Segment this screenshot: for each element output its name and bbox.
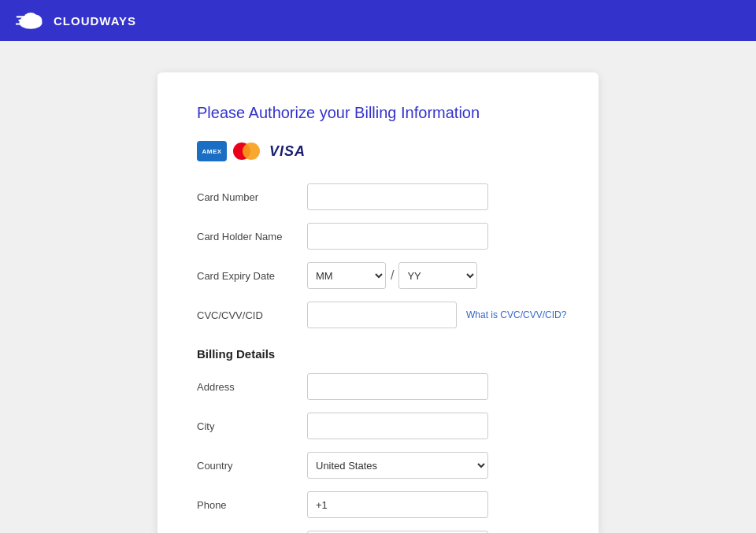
phone-row: Phone [197, 491, 559, 518]
card-brand-icons: AMEX VISA [197, 141, 559, 161]
billing-section-title: Billing Details [197, 347, 559, 361]
mc-circle-right [243, 143, 260, 160]
logo-text: CLOUDWAYS [54, 14, 136, 28]
svg-point-4 [24, 13, 38, 24]
cvc-input[interactable] [307, 302, 457, 328]
card-number-label: Card Number [197, 191, 307, 203]
address-label: Address [197, 381, 307, 393]
address-row: Address [197, 373, 559, 400]
billing-card: Please Authorize your Billing Informatio… [158, 72, 598, 533]
card-holder-row: Card Holder Name [197, 223, 559, 250]
expiry-year-select[interactable]: YY 202420252026 2027202820292030 [398, 262, 477, 289]
cvc-field-area: What is CVC/CVV/CID? [307, 302, 566, 328]
city-input[interactable] [307, 413, 488, 439]
phone-label: Phone [197, 499, 307, 511]
city-label: City [197, 420, 307, 432]
cloudways-logo-icon [16, 9, 46, 31]
visa-icon: VISA [266, 143, 309, 160]
cvc-help-link[interactable]: What is CVC/CVV/CID? [466, 309, 566, 320]
card-holder-label: Card Holder Name [197, 231, 307, 242]
card-holder-input[interactable] [307, 223, 488, 250]
card-number-input[interactable] [307, 183, 488, 210]
country-row: Country United States United Kingdom Can… [197, 452, 559, 479]
expiry-separator: / [391, 268, 394, 283]
city-row: City [197, 413, 559, 439]
cvc-label: CVC/CVV/CID [197, 309, 307, 321]
country-label: Country [197, 460, 307, 472]
phone-input[interactable] [307, 491, 488, 518]
mastercard-icon [232, 141, 261, 161]
expiry-month-select[interactable]: MM 010203 040506 070809 101112 [307, 262, 386, 289]
cvc-row: CVC/CVV/CID What is CVC/CVV/CID? [197, 302, 559, 328]
country-select[interactable]: United States United Kingdom Canada Aust… [307, 452, 488, 479]
expiry-selects: MM 010203 040506 070809 101112 / YY 2024… [307, 262, 477, 289]
card-expiry-label: Card Expiry Date [197, 270, 307, 282]
main-content: Please Authorize your Billing Informatio… [0, 41, 756, 533]
logo-area: CLOUDWAYS [16, 9, 136, 31]
page-title: Please Authorize your Billing Informatio… [197, 104, 559, 122]
card-number-row: Card Number [197, 183, 559, 210]
card-expiry-row: Card Expiry Date MM 010203 040506 070809… [197, 262, 559, 289]
address-input[interactable] [307, 373, 488, 400]
amex-icon: AMEX [197, 141, 227, 161]
main-header: CLOUDWAYS [0, 0, 756, 41]
